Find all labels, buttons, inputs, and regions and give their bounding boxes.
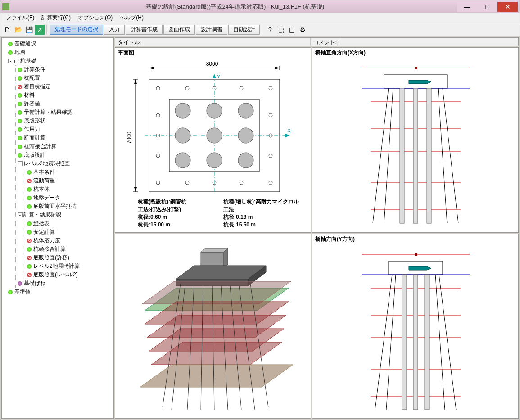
tree-label: 杭基礎	[20, 58, 36, 64]
info-line: 工法:	[223, 206, 311, 213]
tree-label: 材料	[24, 92, 35, 98]
tree-item[interactable]: 材料	[18, 91, 112, 99]
status-icon	[18, 145, 22, 149]
help-icon[interactable]: ?	[265, 25, 275, 35]
menu-calc[interactable]: 計算実行(C)	[38, 13, 74, 23]
open-file-icon[interactable]: 📂	[13, 25, 23, 35]
status-icon	[27, 179, 32, 183]
tree-item[interactable]: 基礎選択	[8, 40, 112, 48]
svg-line-98	[439, 275, 456, 410]
svg-rect-53	[400, 88, 404, 223]
tree-label: 杭体応力度	[33, 237, 60, 244]
minimize-button[interactable]: —	[457, 2, 477, 12]
elevation-x-view[interactable]: 橋軸直角方向(X方向)	[312, 47, 519, 233]
svg-point-36	[156, 154, 160, 158]
tree-item[interactable]: 流動荷重	[27, 176, 112, 185]
tree-item[interactable]: 安定計算	[27, 228, 112, 236]
tree-item[interactable]: 断面計算	[18, 134, 112, 142]
tree-item[interactable]: レベル2地震時計算	[27, 262, 112, 271]
tree-label: 底版照査(許容)	[33, 254, 69, 261]
tree-item[interactable]: 杭頭接合計算	[27, 245, 112, 253]
elev-x-diagram	[348, 57, 483, 228]
status-icon	[27, 230, 32, 235]
elevation-y-view[interactable]: 橋軸方向(Y方向)	[312, 234, 519, 419]
elev-y-title: 橋軸方向(Y方向)	[315, 235, 355, 243]
tree-item[interactable]: 計算条件	[18, 65, 112, 74]
title-label: タイトル:	[115, 38, 311, 46]
svg-point-41	[240, 181, 243, 185]
tree-item[interactable]: -⌴杭基礎	[8, 57, 112, 65]
drawing-button[interactable]: 図面作成	[163, 25, 195, 35]
menu-file[interactable]: ファイル(F)	[2, 13, 38, 23]
tree-item[interactable]: 杭本体	[27, 185, 112, 194]
status-icon	[18, 76, 22, 81]
svg-line-96	[386, 275, 396, 410]
tree-item[interactable]: 基礎ばね	[18, 279, 112, 288]
tree-item[interactable]: 基本条件	[27, 168, 112, 176]
status-icon	[27, 221, 32, 226]
svg-point-22	[207, 128, 222, 143]
tree-item[interactable]: 底版設計	[18, 151, 112, 159]
tree-item[interactable]: 着目杭指定	[18, 82, 112, 91]
status-icon	[18, 85, 22, 89]
collapse-icon[interactable]: -	[18, 212, 23, 217]
tree-item[interactable]: 許容値	[18, 99, 112, 108]
new-file-icon[interactable]: 🗋	[2, 25, 12, 35]
dim-width: 8000	[206, 61, 218, 67]
close-button[interactable]: ✕	[497, 2, 518, 12]
3d-diagram	[115, 234, 309, 414]
view-icon[interactable]: ▤	[287, 25, 297, 35]
tree-item[interactable]: 総括表	[27, 219, 112, 228]
plan-view[interactable]: 平面図 8000 7000 Y	[115, 47, 311, 233]
svg-marker-15	[213, 74, 216, 78]
svg-point-32	[156, 113, 160, 117]
plan-diagram: 8000 7000 Y X	[120, 57, 304, 205]
tree-item[interactable]: -レベル2地震時照査	[18, 159, 112, 168]
svg-marker-47	[409, 80, 431, 84]
tree-label: 杭本体	[33, 186, 50, 192]
views-grid: 平面図 8000 7000 Y	[115, 47, 519, 419]
tree-item[interactable]: 地層	[8, 48, 112, 57]
tree-item[interactable]: 杭頭接合計算	[18, 142, 112, 151]
tree-item[interactable]: 基準値	[8, 288, 112, 296]
svg-point-26	[238, 153, 253, 168]
tree-item[interactable]: 杭配置	[18, 74, 112, 82]
tree-item[interactable]: 底版形状	[18, 117, 112, 125]
collapse-icon[interactable]: -	[8, 59, 13, 63]
status-icon	[27, 204, 32, 209]
settings-icon[interactable]: ⚙	[298, 25, 307, 35]
mode-select-button[interactable]: 処理モードの選択	[50, 25, 103, 35]
menu-option[interactable]: オプション(O)	[74, 13, 116, 23]
svg-point-42	[269, 181, 272, 185]
save-file-icon[interactable]: 💾	[24, 25, 34, 35]
design-spec-button[interactable]: 設計調書	[196, 25, 227, 35]
export-icon[interactable]: ↗	[35, 25, 45, 35]
tree-item[interactable]: 予備計算・結果確認	[18, 108, 112, 117]
tree-label: 底版設計	[24, 152, 45, 158]
tree-item[interactable]: 作用力	[18, 125, 112, 134]
cube-icon[interactable]: ⬚	[276, 25, 286, 35]
svg-line-95	[375, 275, 392, 410]
status-icon	[27, 170, 32, 175]
maximize-button[interactable]: □	[477, 2, 497, 12]
svg-rect-83	[415, 253, 417, 256]
tree-item[interactable]: 杭体応力度	[27, 236, 112, 245]
status-icon	[18, 110, 22, 115]
tree-item[interactable]: 地盤データ	[27, 194, 112, 202]
auto-design-button[interactable]: 自動設計	[228, 25, 260, 35]
collapse-icon[interactable]: -	[18, 161, 23, 166]
tree-label: 総括表	[33, 220, 50, 226]
3d-view[interactable]	[115, 234, 311, 419]
menu-help[interactable]: ヘルプ(H)	[116, 13, 147, 23]
input-button[interactable]: 入力	[104, 25, 125, 35]
tree-item[interactable]: 底版前面水平抵抗	[27, 202, 112, 211]
tree-item[interactable]: 底版照査(許容)	[27, 253, 112, 262]
svg-line-59	[443, 88, 458, 223]
info-line: 杭種(既設杭):鋼管杭	[138, 198, 186, 206]
status-icon	[18, 127, 22, 132]
tree-item[interactable]: -計算・結果確認	[18, 211, 112, 219]
tree-panel[interactable]: 基礎選択 地層 -⌴杭基礎 計算条件 杭配置 着目杭指定 材料 許容値 予備計算…	[1, 37, 114, 419]
tree-item[interactable]: 底版照査(レベル2)	[27, 271, 112, 279]
calc-doc-button[interactable]: 計算書作成	[126, 25, 163, 35]
svg-marker-8	[134, 79, 137, 84]
